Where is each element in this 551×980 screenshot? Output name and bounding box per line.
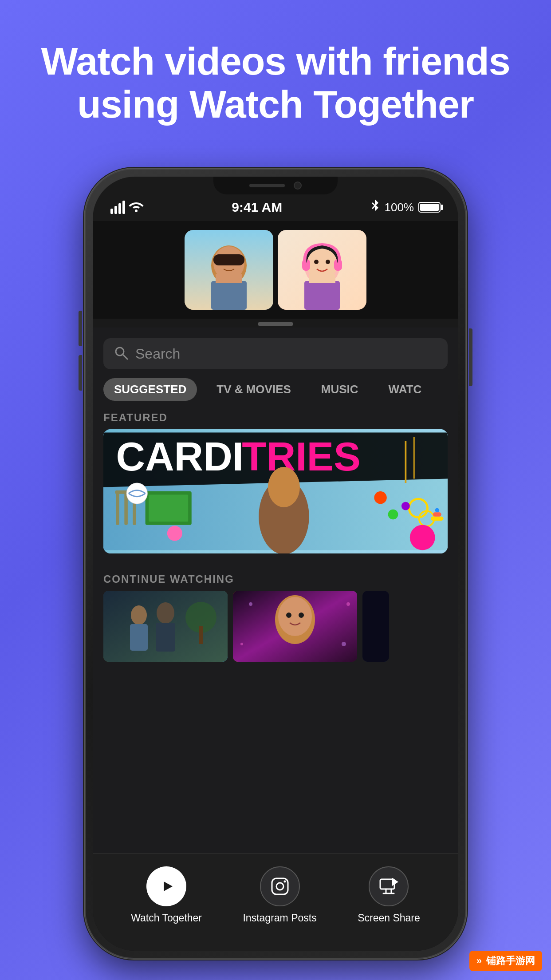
svg-line-18 bbox=[123, 355, 127, 359]
content-area: Search SUGGESTED TV & MOVIES MUSIC WATC … bbox=[93, 328, 458, 951]
instagram-icon-bg bbox=[260, 866, 300, 906]
svg-point-59 bbox=[346, 602, 350, 606]
tab-tv-movies[interactable]: TV & MOVIES bbox=[206, 378, 302, 401]
front-camera bbox=[294, 182, 302, 190]
svg-rect-60 bbox=[362, 591, 389, 662]
svg-point-53 bbox=[278, 597, 312, 636]
svg-rect-10 bbox=[304, 281, 340, 310]
search-placeholder: Search bbox=[135, 346, 180, 362]
svg-rect-50 bbox=[199, 626, 203, 644]
instagram-label: Instagram Posts bbox=[243, 912, 316, 925]
phone-device: 9:41 AM 100% bbox=[85, 169, 466, 968]
corner-badge: » 铺路手游网 bbox=[469, 951, 542, 971]
status-bar: 9:41 AM 100% bbox=[93, 196, 458, 218]
svg-rect-7 bbox=[213, 254, 244, 265]
play-icon bbox=[157, 877, 176, 896]
volume-down-button[interactable] bbox=[79, 355, 82, 391]
svg-point-37 bbox=[374, 491, 386, 504]
avatar-person2[interactable] bbox=[278, 230, 366, 310]
svg-rect-16 bbox=[334, 259, 342, 271]
volume-up-button[interactable] bbox=[79, 311, 82, 346]
search-bar[interactable]: Search bbox=[103, 338, 448, 369]
svg-point-57 bbox=[342, 642, 346, 646]
svg-point-55 bbox=[299, 612, 304, 618]
svg-rect-2 bbox=[211, 281, 247, 310]
status-right: 100% bbox=[370, 199, 441, 216]
svg-point-40 bbox=[410, 525, 435, 550]
svg-point-58 bbox=[240, 643, 243, 645]
svg-point-56 bbox=[249, 602, 252, 606]
svg-point-54 bbox=[286, 612, 291, 618]
battery-percentage: 100% bbox=[384, 201, 414, 214]
continue-thumb-1[interactable] bbox=[103, 591, 228, 662]
signal-bar-2 bbox=[114, 206, 117, 214]
video-call-area bbox=[93, 221, 458, 319]
signal-strength bbox=[110, 201, 125, 214]
search-icon bbox=[114, 346, 128, 362]
svg-point-29 bbox=[167, 526, 182, 541]
svg-point-13 bbox=[314, 260, 319, 264]
featured-card[interactable]: CARDI TRIES bbox=[103, 429, 448, 553]
svg-point-45 bbox=[131, 605, 147, 625]
svg-rect-48 bbox=[156, 623, 175, 652]
screen-share-icon-bg bbox=[369, 866, 409, 906]
svg-rect-46 bbox=[130, 624, 148, 651]
instagram-icon bbox=[270, 877, 290, 896]
svg-rect-15 bbox=[302, 259, 310, 271]
drag-handle[interactable] bbox=[258, 322, 293, 326]
bluetooth-icon bbox=[370, 199, 380, 216]
svg-rect-41 bbox=[431, 517, 443, 521]
phone-screen: 9:41 AM 100% bbox=[93, 177, 458, 951]
badge-text: 铺路手游网 bbox=[486, 955, 535, 966]
svg-point-65 bbox=[283, 880, 286, 882]
signal-bar-4 bbox=[122, 201, 125, 214]
svg-rect-42 bbox=[433, 512, 441, 516]
svg-rect-12 bbox=[309, 274, 335, 283]
continue-thumb-3[interactable] bbox=[362, 591, 389, 662]
svg-point-47 bbox=[157, 602, 174, 624]
badge-arrows: » bbox=[476, 955, 482, 967]
watch-together-icon-bg bbox=[146, 866, 186, 906]
svg-text:TRIES: TRIES bbox=[242, 434, 360, 479]
wifi-icon bbox=[129, 200, 144, 215]
category-tabs: SUGGESTED TV & MOVIES MUSIC WATC bbox=[93, 369, 458, 401]
tab-suggested[interactable]: SUGGESTED bbox=[103, 378, 197, 401]
featured-label: FEATURED bbox=[93, 401, 458, 429]
screen-share-label: Screen Share bbox=[358, 912, 420, 925]
continue-thumb-2[interactable] bbox=[233, 591, 357, 662]
speaker bbox=[249, 184, 285, 187]
status-left bbox=[110, 200, 144, 215]
svg-rect-28 bbox=[149, 495, 188, 522]
hero-title: Watch videos with friends using Watch To… bbox=[0, 0, 551, 153]
avatar-person1[interactable] bbox=[185, 230, 273, 310]
tab-watch[interactable]: WATC bbox=[378, 378, 433, 401]
svg-text:CARDI: CARDI bbox=[116, 434, 244, 479]
svg-point-64 bbox=[276, 883, 283, 890]
svg-rect-43 bbox=[435, 508, 439, 512]
battery-icon bbox=[418, 202, 441, 213]
status-time: 9:41 AM bbox=[232, 200, 282, 215]
screen-share-icon bbox=[379, 877, 398, 896]
dock-item-screen-share[interactable]: Screen Share bbox=[358, 866, 420, 925]
continue-watching-section: CONTINUE WATCHING bbox=[93, 562, 458, 662]
svg-marker-67 bbox=[392, 878, 398, 886]
svg-point-32 bbox=[268, 467, 300, 507]
dock-item-watch-together[interactable]: Watch Together bbox=[131, 866, 202, 925]
dock-item-instagram[interactable]: Instagram Posts bbox=[243, 866, 316, 925]
power-button[interactable] bbox=[469, 328, 472, 386]
tab-music[interactable]: MUSIC bbox=[311, 378, 369, 401]
signal-bar-3 bbox=[118, 203, 121, 214]
svg-point-38 bbox=[388, 510, 398, 520]
signal-bar-1 bbox=[110, 209, 113, 214]
svg-point-39 bbox=[401, 502, 410, 510]
notch bbox=[213, 177, 338, 194]
watch-together-label: Watch Together bbox=[131, 912, 202, 925]
svg-point-14 bbox=[326, 260, 330, 264]
svg-rect-4 bbox=[216, 274, 242, 283]
continue-watching-label: CONTINUE WATCHING bbox=[93, 562, 458, 591]
cardi-card-bg: CARDI TRIES bbox=[103, 429, 448, 553]
bottom-dock: Watch Together Instagram Posts bbox=[93, 853, 458, 951]
svg-rect-23 bbox=[116, 491, 119, 525]
thumbnails-row bbox=[93, 591, 458, 662]
